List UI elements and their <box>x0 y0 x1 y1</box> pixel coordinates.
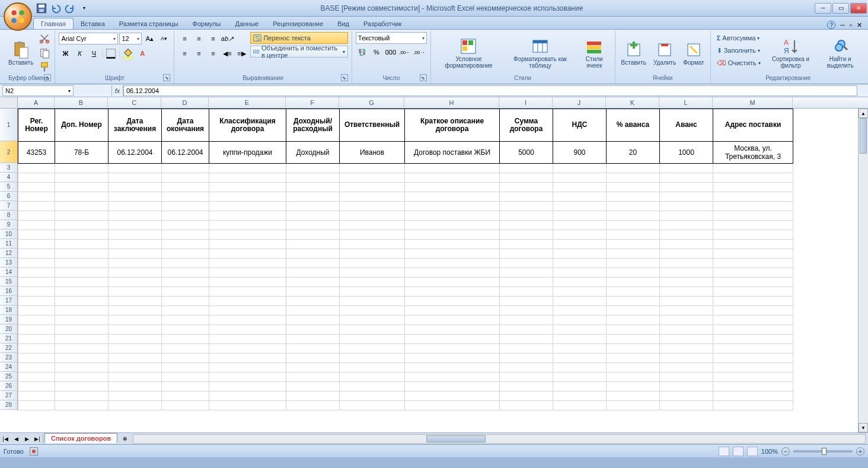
doc-minimize-icon[interactable]: ─ <box>840 21 845 28</box>
empty-cell[interactable] <box>340 287 405 297</box>
empty-cell[interactable] <box>340 202 405 211</box>
empty-cell[interactable] <box>500 287 553 297</box>
empty-cell[interactable] <box>18 363 55 373</box>
empty-cell[interactable] <box>162 173 209 183</box>
empty-cell[interactable] <box>713 192 793 202</box>
empty-cell[interactable] <box>108 211 162 221</box>
undo-icon[interactable] <box>50 2 62 14</box>
empty-cell[interactable] <box>162 211 209 221</box>
empty-cell[interactable] <box>553 259 607 268</box>
column-header[interactable]: M <box>713 97 793 108</box>
empty-cell[interactable] <box>607 316 660 325</box>
empty-cell[interactable] <box>108 306 162 316</box>
empty-cell[interactable] <box>286 391 340 401</box>
empty-cell[interactable] <box>108 259 162 268</box>
sheet-tab[interactable]: Список договоров <box>44 433 117 443</box>
header-cell[interactable]: Ответственный <box>340 109 405 142</box>
empty-cell[interactable] <box>553 164 607 173</box>
tab-insert[interactable]: Вставка <box>74 18 112 29</box>
empty-cell[interactable] <box>660 268 713 278</box>
empty-cell[interactable] <box>162 164 209 173</box>
empty-cell[interactable] <box>500 278 553 287</box>
empty-cell[interactable] <box>405 306 500 316</box>
sheet-nav-prev-icon[interactable]: ◀ <box>11 434 21 444</box>
close-button[interactable]: ✕ <box>850 3 867 14</box>
empty-cell[interactable] <box>108 202 162 211</box>
empty-cell[interactable] <box>55 287 108 297</box>
empty-cell[interactable] <box>713 183 793 192</box>
empty-cell[interactable] <box>553 240 607 249</box>
empty-cell[interactable] <box>500 268 553 278</box>
paste-button[interactable]: Вставить <box>6 32 36 74</box>
accounting-icon[interactable]: 💱 <box>356 46 369 59</box>
empty-cell[interactable] <box>553 192 607 202</box>
bold-icon[interactable]: Ж <box>59 47 72 60</box>
empty-cell[interactable] <box>340 382 405 391</box>
empty-cell[interactable] <box>286 268 340 278</box>
empty-cell[interactable] <box>713 401 793 410</box>
empty-cell[interactable] <box>660 173 713 183</box>
header-cell[interactable]: Дата окончания <box>162 109 209 142</box>
empty-cell[interactable] <box>500 202 553 211</box>
empty-cell[interactable] <box>713 335 793 344</box>
empty-cell[interactable] <box>607 382 660 391</box>
empty-cell[interactable] <box>500 316 553 325</box>
empty-cell[interactable] <box>209 391 286 401</box>
autosum-button[interactable]: Σ Автосумма ▾ <box>714 32 763 44</box>
empty-cell[interactable] <box>286 306 340 316</box>
empty-cell[interactable] <box>660 325 713 335</box>
empty-cell[interactable] <box>55 401 108 410</box>
empty-cell[interactable] <box>55 325 108 335</box>
sheet-nav-next-icon[interactable]: ▶ <box>21 434 32 444</box>
empty-cell[interactable] <box>286 373 340 382</box>
empty-cell[interactable] <box>108 316 162 325</box>
border-icon[interactable] <box>104 47 117 60</box>
empty-cell[interactable] <box>209 382 286 391</box>
empty-cell[interactable] <box>18 401 55 410</box>
empty-cell[interactable] <box>607 354 660 363</box>
empty-cell[interactable] <box>500 221 553 230</box>
empty-cell[interactable] <box>108 335 162 344</box>
empty-cell[interactable] <box>286 335 340 344</box>
insert-cells-button[interactable]: Вставить <box>619 32 649 74</box>
empty-cell[interactable] <box>713 164 793 173</box>
empty-cell[interactable] <box>607 325 660 335</box>
empty-cell[interactable] <box>18 259 55 268</box>
empty-cell[interactable] <box>55 373 108 382</box>
number-launcher-icon[interactable]: ⬊ <box>420 74 427 81</box>
empty-cell[interactable] <box>660 391 713 401</box>
empty-cell[interactable] <box>553 373 607 382</box>
header-cell[interactable]: Доходный/ расходный <box>286 109 340 142</box>
empty-cell[interactable] <box>405 192 500 202</box>
tab-review[interactable]: Рецензирование <box>266 18 330 29</box>
empty-cell[interactable] <box>660 306 713 316</box>
data-cell[interactable]: 900 <box>553 142 607 164</box>
empty-cell[interactable] <box>286 192 340 202</box>
empty-cell[interactable] <box>405 287 500 297</box>
empty-cell[interactable] <box>405 268 500 278</box>
header-cell[interactable]: НДС <box>553 109 607 142</box>
empty-cell[interactable] <box>55 278 108 287</box>
empty-cell[interactable] <box>286 211 340 221</box>
header-cell[interactable]: Классификация договора <box>209 109 286 142</box>
row-header[interactable]: 21 <box>0 334 17 343</box>
row-header[interactable]: 24 <box>0 362 17 372</box>
empty-cell[interactable] <box>660 183 713 192</box>
empty-cell[interactable] <box>209 373 286 382</box>
empty-cell[interactable] <box>500 173 553 183</box>
decrease-indent-icon[interactable]: ◀≡ <box>221 47 234 60</box>
empty-cell[interactable] <box>18 173 55 183</box>
row-header[interactable]: 18 <box>0 305 17 315</box>
sheet-nav-last-icon[interactable]: ▶| <box>32 434 43 444</box>
empty-cell[interactable] <box>660 354 713 363</box>
empty-cell[interactable] <box>340 373 405 382</box>
row-header[interactable]: 14 <box>0 268 17 277</box>
empty-cell[interactable] <box>660 259 713 268</box>
empty-cell[interactable] <box>55 173 108 183</box>
empty-cell[interactable] <box>500 335 553 344</box>
page-break-view-icon[interactable] <box>747 447 758 456</box>
empty-cell[interactable] <box>55 354 108 363</box>
empty-cell[interactable] <box>18 240 55 249</box>
empty-cell[interactable] <box>340 278 405 287</box>
empty-cell[interactable] <box>162 354 209 363</box>
